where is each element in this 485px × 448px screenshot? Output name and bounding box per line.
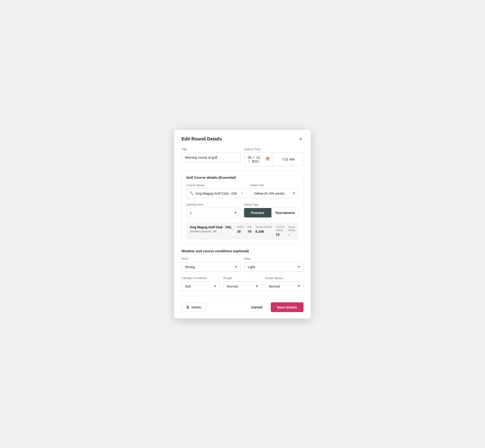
select-tee-wrapper: Yellow (6,156 yards) White (6,580 yards)… (250, 189, 299, 198)
game-type-group: Game Type Practice Tournament (244, 203, 299, 218)
footer-row: 🗑 Delete Cancel Save Details (181, 302, 304, 312)
weather-section: Weather and course conditions (optional)… (181, 249, 304, 291)
trash-icon: 🗑 (186, 305, 190, 309)
course-name-group: Course Name 🔍 ✕ (186, 184, 247, 198)
date-time-label: Date & Time (244, 147, 304, 151)
date-text: 05 / 12 / 2021 (248, 155, 263, 163)
rain-dropdown[interactable]: NoneLightModerateHeavy (244, 262, 304, 272)
green-speed-dropdown[interactable]: SlowNormalFast (265, 281, 304, 291)
golf-course-section: Golf Course details (Essential) Course N… (181, 171, 304, 244)
game-type-toggle: Practice Tournament (244, 208, 299, 218)
calendar-icon: 📅 (265, 157, 270, 161)
rain-label: Rain (244, 257, 304, 260)
yards-stat: Yards(Yellow) 6,156 (256, 225, 272, 237)
course-info-location: Shelford Bottom, UK (190, 230, 233, 233)
footer-right: Cancel Save Details (248, 302, 304, 312)
course-info-box: Gog Magog Golf Club - Old, Shelford Bott… (186, 222, 299, 240)
slope-rating-label: Slope rating (288, 225, 295, 232)
clear-icon[interactable]: ✕ (241, 191, 244, 196)
rough-dropdown[interactable]: ShortNormalLong (223, 281, 262, 291)
course-rating-value: 70 (276, 233, 280, 237)
select-tee-dropdown[interactable]: Yellow (6,156 yards) White (6,580 yards)… (250, 189, 299, 198)
course-name-input-wrapper: 🔍 ✕ (186, 189, 247, 198)
save-details-button[interactable]: Save Details (271, 302, 304, 312)
holes-value: 18 (237, 230, 241, 233)
green-speed-label: Green Speed (265, 276, 304, 280)
weather-title: Weather and course conditions (optional) (181, 249, 304, 253)
course-info-name-text: Gog Magog Golf Club - Old, (190, 225, 233, 229)
rain-wrapper: NoneLightModerateHeavy ▼ (244, 262, 304, 272)
par-label: Par (248, 225, 252, 229)
rough-group: Rough ShortNormalLong ▼ (223, 276, 262, 291)
date-time-group: Date & Time 05 / 12 / 2021 📅 7:31 AM (244, 147, 304, 166)
fairway-wrapper: SoftNormalHard ▼ (181, 281, 220, 291)
title-group: Title (181, 147, 241, 166)
select-tee-group: Select Tee Yellow (6,156 yards) White (6… (250, 184, 299, 198)
yards-value: 6,156 (256, 230, 264, 233)
fairway-dropdown[interactable]: SoftNormalHard (181, 281, 220, 291)
starting-hole-label: Starting Hole (186, 203, 240, 206)
green-speed-group: Green Speed SlowNormalFast ▼ (265, 276, 304, 291)
delete-label: Delete (192, 305, 201, 309)
course-name-input[interactable] (195, 192, 239, 195)
tournament-button[interactable]: Tournament (271, 208, 299, 217)
rough-wrapper: ShortNormalLong ▼ (223, 281, 262, 291)
wind-group: Wind NoneLightModerateStrong ▼ (181, 257, 241, 272)
cancel-button[interactable]: Cancel (248, 303, 266, 312)
wind-rain-row: Wind NoneLightModerateStrong ▼ Rain None… (181, 257, 304, 272)
course-stats: Holes 18 Par 70 Yards(Yellow) 6,156 Cour… (237, 225, 295, 237)
date-part[interactable]: 05 / 12 / 2021 📅 (244, 153, 273, 166)
slope-rating-value: - (288, 233, 289, 237)
holes-label: Holes (237, 225, 244, 229)
fairway-label: Fairway Conditions (181, 276, 220, 280)
course-tee-row: Course Name 🔍 ✕ Select Tee Yellow (6,156… (186, 184, 299, 198)
wind-wrapper: NoneLightModerateStrong ▼ (181, 262, 241, 272)
select-tee-label: Select Tee (250, 184, 299, 187)
title-date-row: Title Date & Time 05 / 12 / 2021 📅 7:31 … (181, 147, 304, 166)
par-value: 70 (248, 230, 251, 233)
wind-label: Wind (181, 257, 241, 260)
game-type-label: Game Type (244, 203, 299, 206)
practice-button[interactable]: Practice (244, 208, 271, 217)
close-button[interactable]: × (298, 136, 304, 142)
green-speed-wrapper: SlowNormalFast ▼ (265, 281, 304, 291)
starting-hole-dropdown[interactable]: 1234 5678 910 (186, 208, 240, 218)
modal-header: Edit Round Details × (181, 136, 304, 142)
course-rating-stat: Course rating 70 (276, 225, 285, 237)
wind-dropdown[interactable]: NoneLightModerateStrong (181, 262, 241, 272)
edit-round-modal: Edit Round Details × Title Date & Time 0… (174, 130, 311, 319)
par-stat: Par 70 (248, 225, 252, 237)
rough-label: Rough (223, 276, 262, 280)
date-time-row: 05 / 12 / 2021 📅 7:31 AM (244, 152, 304, 166)
search-icon: 🔍 (189, 191, 194, 195)
title-label: Title (181, 147, 241, 151)
golf-course-section-title: Golf Course details (Essential) (186, 176, 299, 179)
holes-stat: Holes 18 (237, 225, 244, 237)
hole-gametype-row: Starting Hole 1234 5678 910 ▼ Game Type … (186, 203, 299, 218)
course-name-label: Course Name (186, 184, 247, 187)
title-input[interactable] (181, 152, 241, 162)
yards-label: Yards(Yellow) (256, 225, 272, 229)
course-rating-label: Course rating (276, 225, 285, 232)
course-info-name: Gog Magog Golf Club - Old, Shelford Bott… (190, 225, 233, 233)
starting-hole-wrapper: 1234 5678 910 ▼ (186, 208, 240, 218)
conditions-row: Fairway Conditions SoftNormalHard ▼ Roug… (181, 276, 304, 291)
rain-group: Rain NoneLightModerateHeavy ▼ (244, 257, 304, 272)
time-part[interactable]: 7:31 AM (273, 153, 304, 166)
delete-button[interactable]: 🗑 Delete (181, 303, 206, 312)
starting-hole-group: Starting Hole 1234 5678 910 ▼ (186, 203, 240, 218)
slope-rating-stat: Slope rating - (288, 225, 295, 237)
fairway-group: Fairway Conditions SoftNormalHard ▼ (181, 276, 220, 291)
modal-title: Edit Round Details (181, 136, 222, 142)
